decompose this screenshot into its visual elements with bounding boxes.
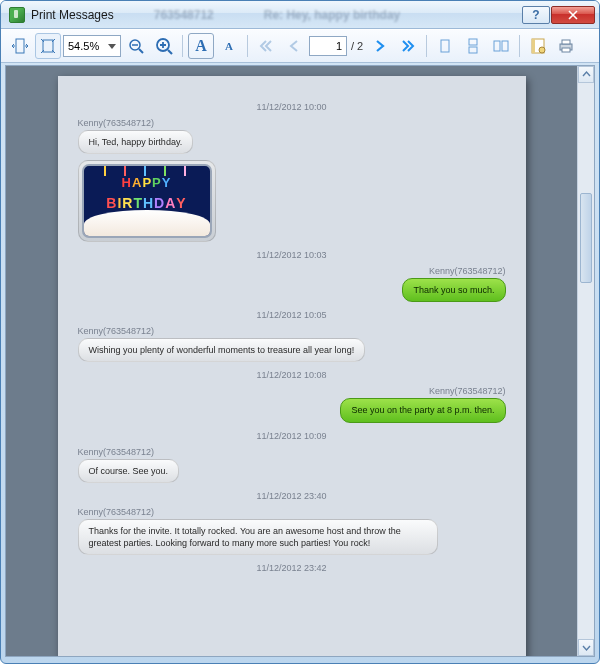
print-button[interactable] — [553, 33, 579, 59]
font-smaller-button[interactable]: A — [216, 33, 242, 59]
sender-label: Kenny(763548712) — [78, 507, 506, 517]
help-icon: ? — [532, 8, 539, 22]
message-bubble: Wishing you plenty of wonderful moments … — [78, 338, 366, 362]
layout-continuous-icon — [465, 38, 481, 54]
page-setup-button[interactable] — [525, 33, 551, 59]
page-number-input[interactable] — [309, 36, 347, 56]
separator — [519, 35, 520, 57]
sender-label: Kenny(763548712) — [78, 326, 506, 336]
last-page-button[interactable] — [395, 33, 421, 59]
message-row: HAPPY BIRTHDAY — [78, 160, 506, 242]
page-preview: 11/12/2012 10:00 Kenny(763548712) Hi, Te… — [58, 76, 526, 656]
fit-width-icon — [11, 37, 29, 55]
zoom-value: 54.5% — [68, 40, 99, 52]
svg-rect-9 — [441, 40, 449, 52]
message-bubble: Thanks for the invite. It totally rocked… — [78, 519, 438, 555]
print-icon — [557, 37, 575, 55]
scroll-thumb[interactable] — [580, 193, 592, 283]
image-bubble: HAPPY BIRTHDAY — [78, 160, 216, 242]
svg-rect-13 — [502, 41, 508, 51]
layout-single-button[interactable] — [432, 33, 458, 59]
layout-facing-icon — [493, 38, 509, 54]
timestamp: 11/12/2012 10:08 — [78, 370, 506, 380]
svg-rect-1 — [43, 40, 53, 52]
window-title: Print Messages — [31, 8, 114, 22]
svg-rect-11 — [469, 47, 477, 53]
message-row: Kenny(763548712) Of course. See you. — [78, 447, 506, 483]
svg-rect-18 — [562, 40, 570, 44]
titlebar[interactable]: Print Messages 763548712 Re: Hey, happy … — [1, 1, 599, 29]
message-row: Kenny(763548712) Thank you so much. — [78, 266, 506, 302]
svg-rect-19 — [562, 48, 570, 52]
timestamp: 11/12/2012 23:40 — [78, 491, 506, 501]
toolbar: 54.5% A A / 2 — [1, 29, 599, 63]
timestamp: 11/12/2012 10:09 — [78, 431, 506, 441]
last-page-icon — [400, 38, 416, 54]
image-text-line1: HAPPY — [84, 174, 210, 192]
prev-page-icon — [286, 38, 302, 54]
sender-label: Kenny(763548712) — [78, 447, 506, 457]
message-bubble: Hi, Ted, happy birthday. — [78, 130, 194, 154]
layout-continuous-button[interactable] — [460, 33, 486, 59]
prev-page-button[interactable] — [281, 33, 307, 59]
page-total-label: / 2 — [351, 40, 363, 52]
help-button[interactable]: ? — [522, 6, 550, 24]
scroll-down-button[interactable] — [578, 639, 594, 656]
zoom-out-button[interactable] — [123, 33, 149, 59]
font-smaller-icon: A — [225, 40, 233, 52]
next-page-button[interactable] — [367, 33, 393, 59]
scroll-up-button[interactable] — [578, 66, 594, 83]
titlebar-subtext-1: 763548712 — [154, 8, 214, 22]
scroll-track[interactable] — [578, 83, 594, 639]
message-row: Kenny(763548712) Wishing you plenty of w… — [78, 326, 506, 362]
svg-rect-12 — [494, 41, 500, 51]
fit-page-button[interactable] — [35, 33, 61, 59]
font-larger-icon: A — [195, 37, 207, 55]
chevron-up-icon — [582, 70, 591, 79]
first-page-button[interactable] — [253, 33, 279, 59]
separator — [182, 35, 183, 57]
layout-single-icon — [437, 38, 453, 54]
message-row: Kenny(763548712) See you on the party at… — [78, 386, 506, 422]
zoom-out-icon — [127, 37, 145, 55]
separator — [247, 35, 248, 57]
titlebar-subtext-2: Re: Hey, happy birthday — [264, 8, 400, 22]
layout-facing-button[interactable] — [488, 33, 514, 59]
svg-rect-10 — [469, 39, 477, 45]
timestamp: 11/12/2012 10:03 — [78, 250, 506, 260]
sender-label: Kenny(763548712) — [78, 386, 506, 396]
preview-area: 11/12/2012 10:00 Kenny(763548712) Hi, Te… — [5, 65, 595, 657]
timestamp: 11/12/2012 23:42 — [78, 563, 506, 573]
page-setup-icon — [529, 37, 547, 55]
close-icon — [568, 10, 578, 20]
window-buttons: ? — [521, 6, 595, 24]
zoom-in-button[interactable] — [151, 33, 177, 59]
message-bubble: See you on the party at 8 p.m. then. — [340, 398, 505, 422]
app-icon — [9, 7, 25, 23]
separator — [426, 35, 427, 57]
preview-viewport[interactable]: 11/12/2012 10:00 Kenny(763548712) Hi, Te… — [6, 66, 577, 656]
chevron-down-icon — [582, 643, 591, 652]
vertical-scrollbar[interactable] — [577, 66, 594, 656]
svg-point-16 — [539, 47, 545, 53]
timestamp: 11/12/2012 10:00 — [78, 102, 506, 112]
fit-page-icon — [39, 37, 57, 55]
print-messages-window: Print Messages 763548712 Re: Hey, happy … — [0, 0, 600, 664]
message-bubble: Thank you so much. — [402, 278, 505, 302]
svg-line-3 — [139, 49, 143, 53]
svg-rect-0 — [16, 39, 24, 53]
sender-label: Kenny(763548712) — [78, 266, 506, 276]
svg-line-6 — [168, 50, 172, 54]
font-larger-button[interactable]: A — [188, 33, 214, 59]
birthday-image: HAPPY BIRTHDAY — [82, 164, 212, 238]
fit-width-button[interactable] — [7, 33, 33, 59]
sender-label: Kenny(763548712) — [78, 118, 506, 128]
message-row: Kenny(763548712) Hi, Ted, happy birthday… — [78, 118, 506, 154]
next-page-icon — [372, 38, 388, 54]
zoom-in-icon — [154, 36, 174, 56]
close-button[interactable] — [551, 6, 595, 24]
message-bubble: Of course. See you. — [78, 459, 180, 483]
timestamp: 11/12/2012 10:05 — [78, 310, 506, 320]
zoom-combo[interactable]: 54.5% — [63, 35, 121, 57]
svg-rect-15 — [532, 39, 535, 53]
